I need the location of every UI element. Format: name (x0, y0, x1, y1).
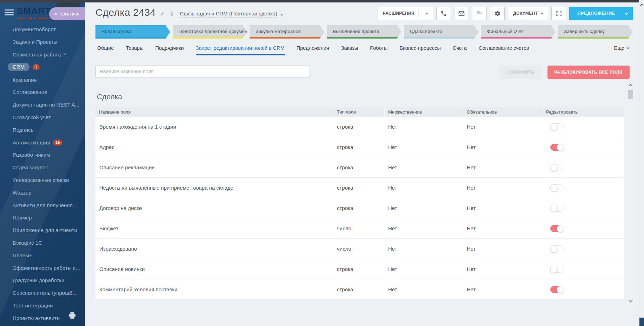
sidebar-item-company[interactable]: Компания (0, 73, 85, 86)
tab-business-processes[interactable]: Бизнес-процессы (399, 43, 441, 55)
tab-orders[interactable]: Заказы (341, 43, 358, 55)
sidebar-item-activity-get[interactable]: Активити для получения... (0, 199, 85, 211)
chevron-down-icon (627, 46, 630, 49)
tab-quotes[interactable]: Предложения (297, 43, 329, 55)
tab-robots[interactable]: Роботы (370, 43, 387, 55)
document-button[interactable]: ДОКУМЕНТ (508, 7, 548, 20)
field-search-input[interactable] (95, 66, 310, 77)
column-header-multiple: Множественное (385, 107, 463, 117)
gear-icon (494, 10, 501, 17)
crm-counter-badge: 1 (33, 64, 40, 70)
sidebar-item-activity-app[interactable]: Приложение для активити (0, 224, 85, 237)
sidebar-item-purchasing[interactable]: Отдел закупок (0, 161, 85, 174)
link-icon[interactable] (169, 11, 174, 16)
deal-tabs: Общие Товары Подрядчики Запрет редактиро… (97, 43, 629, 56)
scroll-up-icon[interactable] (640, 4, 644, 7)
deal-toast[interactable]: × СДЕЛКА (49, 7, 85, 20)
scroll-down-icon[interactable] (629, 298, 632, 302)
envelope-icon (458, 11, 465, 16)
edit-toggle[interactable] (550, 144, 564, 151)
edit-title-icon[interactable] (160, 11, 165, 16)
sidebar-item-plans[interactable]: Планы+ (0, 249, 85, 262)
call-button[interactable] (436, 7, 451, 20)
stage-materials[interactable]: Закупка материалов (250, 25, 324, 39)
tab-invoice-approval[interactable]: Согласование счетов (479, 43, 529, 55)
edit-toggle[interactable] (550, 184, 564, 191)
sidebar-item-example[interactable]: Пример (0, 211, 85, 224)
chevron-down-icon[interactable] (280, 14, 283, 16)
table-row: Бюджет число Нет Нет (95, 218, 624, 239)
chevron-down-icon (64, 52, 66, 55)
proposal-button[interactable]: ПРЕДЛОЖЕНИЕ (569, 7, 633, 20)
sidebar-item-documents[interactable]: Документооборот (0, 23, 85, 36)
unlock-all-fields-button[interactable]: РАЗБЛОКИРОВАТЬ ВСЕ ПОЛЯ (547, 66, 630, 79)
tab-products[interactable]: Товары (126, 43, 144, 55)
deal-pipeline-link[interactable]: Связь задач и CRM (Повторная сделка) (180, 11, 278, 18)
sidebar-item-lists[interactable]: Универсальные списки (0, 174, 85, 186)
stage-project-docs[interactable]: Подготовка проектной документ... (173, 25, 247, 39)
table-scrollbar[interactable] (628, 82, 634, 303)
hamburger-menu-icon[interactable] (5, 9, 14, 16)
sidebar-menu: Документооборот Задачи и Проекты Совмест… (0, 23, 85, 324)
settings-button[interactable] (490, 7, 505, 20)
sidebar-item-efficiency[interactable]: Эффективность работы с... (0, 262, 85, 274)
printer-icon[interactable] (68, 312, 76, 319)
fullscreen-icon (556, 10, 562, 17)
sidebar-item-approval[interactable]: Согласование (0, 86, 85, 99)
stage-final-invoice[interactable]: Финальный счёт (481, 25, 556, 39)
column-header-required: Обязательное (463, 107, 543, 117)
stage-delivery[interactable]: Сдача проекта (404, 25, 479, 39)
tab-contractors[interactable]: Подрядчики (155, 43, 184, 55)
extensions-button[interactable]: РАСШИРЕНИЯ (378, 7, 433, 20)
sidebar-item-tasks[interactable]: Задачи и Проекты (0, 36, 85, 48)
stage-execution[interactable]: Выполнение проекта (327, 25, 401, 39)
sidebar: SMARTБИ Сделай правильный × СДЕЛКА Докум… (0, 2, 85, 326)
tab-field-edit-lock[interactable]: Запрет редактирования полей в CRM (196, 43, 285, 55)
table-row: Адрес строка Нет Нет (95, 137, 624, 157)
sidebar-item-collaboration[interactable]: Совместная работа (0, 48, 85, 61)
stage-close-deal[interactable]: Завершить сделку (558, 25, 633, 39)
tab-more[interactable]: Еще (614, 43, 629, 55)
stage-new-deal[interactable]: Новая сделка (95, 25, 170, 39)
scrollbar-corner (639, 318, 644, 326)
column-header-field-type: Тип поля (333, 107, 385, 117)
sidebar-item-signature[interactable]: Подпись (0, 123, 85, 136)
close-icon[interactable]: × (54, 11, 57, 16)
tab-general[interactable]: Общие (97, 43, 114, 55)
edit-toggle[interactable] (550, 205, 564, 212)
sidebar-item-backoffice-1c[interactable]: Бэкофис 1С (0, 237, 85, 249)
email-button[interactable] (454, 7, 469, 20)
scrollbar-thumb[interactable] (628, 90, 633, 99)
phone-icon (440, 10, 447, 17)
sidebar-item-warehouse[interactable]: Складской учёт (0, 111, 85, 124)
section-title-deal: Сделка (97, 93, 122, 101)
sidebar-item-coexecutor[interactable]: Соисполнитель (упрощё... (0, 287, 85, 299)
deal-titlebar: Сделка 2434 Связь задач и CRM (Повторная… (95, 7, 283, 18)
edit-toggle[interactable] (550, 225, 564, 232)
sidebar-item-thermometer[interactable]: Градусник доработки (0, 274, 85, 287)
column-header-field-name: Название поля (95, 107, 333, 117)
sidebar-item-automation[interactable]: Автоматизация 15 (0, 136, 85, 149)
main-content: Сделка 2434 Связь задач и CRM (Повторная… (85, 2, 644, 326)
sidebar-item-developers[interactable]: Разработчикам (0, 149, 85, 161)
chevron-down-icon (425, 11, 428, 14)
sidebar-item-wazzup[interactable]: Wazzup (0, 186, 85, 199)
edit-toggle[interactable] (550, 286, 564, 293)
edit-toggle[interactable] (550, 245, 564, 252)
tab-invoices[interactable]: Счета (453, 43, 467, 55)
chat-button[interactable] (472, 7, 487, 20)
sidebar-item-rest-docs[interactable]: Документация по REST A... (0, 99, 85, 111)
edit-toggle[interactable] (550, 123, 564, 130)
scroll-up-icon[interactable] (629, 84, 632, 88)
edit-toggle[interactable] (550, 266, 564, 273)
fullscreen-button[interactable] (551, 7, 566, 20)
automation-counter-badge: 15 (53, 140, 62, 145)
page-scrollbar[interactable] (639, 0, 644, 326)
sidebar-item-crm[interactable]: CRM 1 (0, 61, 85, 73)
table-row: Недостатки выявленные при приеме товара … (95, 178, 624, 198)
edit-toggle[interactable] (550, 164, 564, 171)
chat-icon (476, 11, 483, 16)
sidebar-item-integration-test[interactable]: Тест интеграции (0, 299, 85, 312)
chevron-down-icon (540, 11, 543, 14)
save-button[interactable]: СОХРАНИТЬ (499, 66, 542, 79)
